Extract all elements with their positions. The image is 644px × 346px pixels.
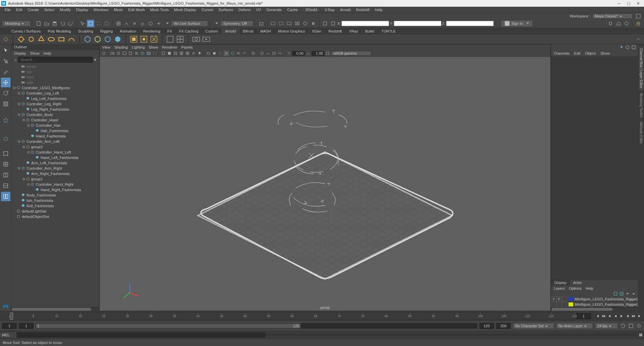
arnold-light6-icon[interactable]	[67, 35, 76, 44]
shelf-tab-vray[interactable]: VRay	[346, 28, 362, 34]
snap-curve-icon[interactable]	[123, 20, 130, 27]
shelf-tab-curvessurfaces[interactable]: Curves / Surfaces	[8, 28, 44, 34]
shelf-tab-animation[interactable]: Animation	[116, 28, 140, 34]
step-back-key-icon[interactable]	[600, 313, 606, 320]
cb-icon2[interactable]	[625, 45, 630, 50]
select-component-icon[interactable]	[95, 20, 102, 27]
menu-select[interactable]: Select	[42, 7, 57, 12]
minimize-button[interactable]: ─	[614, 0, 624, 7]
vp-film-icon[interactable]	[140, 51, 145, 56]
vp-exposure-input[interactable]	[292, 51, 305, 56]
menu-modify[interactable]: Modify	[57, 7, 73, 12]
viewport-canvas[interactable]: persp	[100, 57, 550, 311]
current-frame-input[interactable]	[576, 313, 591, 319]
side-tab-channelboxlayereditor[interactable]: Channel Box / Layer Editor	[639, 46, 644, 91]
range-loop-icon[interactable]	[628, 323, 634, 329]
step-fwd-icon[interactable]	[625, 313, 631, 320]
snap-live2-icon[interactable]	[163, 20, 170, 27]
outliner-hscroll[interactable]	[11, 307, 99, 311]
play-fwd-icon[interactable]	[619, 313, 625, 320]
expand-toggle[interactable]: ⊟	[22, 177, 25, 181]
layer-color-swatch[interactable]	[569, 302, 573, 306]
menu-uv[interactable]: UV	[253, 7, 264, 12]
vp-bookmark-icon[interactable]	[116, 51, 121, 56]
menu-file[interactable]: File	[2, 7, 13, 12]
vp-gamma-icon[interactable]	[265, 51, 271, 56]
render-icon[interactable]	[269, 20, 277, 27]
vp-shading2-icon[interactable]	[167, 51, 172, 56]
expand-toggle[interactable]: ⊟	[27, 124, 30, 127]
lock-icon[interactable]	[635, 20, 642, 27]
menu-create[interactable]: Create	[25, 7, 42, 12]
arnold-aov1-icon[interactable]	[129, 35, 138, 44]
layer-row[interactable]: Minifigure_LEGO_Fashionista_Rigged_Geome	[551, 302, 638, 307]
open-scene-icon[interactable]	[43, 20, 50, 27]
expand-toggle[interactable]: ⊟	[27, 151, 30, 154]
menu-help[interactable]: Help	[372, 7, 385, 12]
browser-icon[interactable]	[623, 20, 630, 27]
layout-four-icon[interactable]	[1, 160, 10, 169]
sym-icon[interactable]	[212, 20, 220, 27]
tree-item[interactable]: ⊟Controller_Leg_Left	[11, 91, 99, 96]
menu-edit[interactable]: Edit	[13, 7, 25, 12]
cb-tab-show[interactable]: Show	[600, 51, 610, 55]
redo-icon[interactable]	[67, 20, 74, 27]
last-tool[interactable]	[1, 115, 10, 125]
shelf-tab-turtle[interactable]: TURTLE	[378, 28, 399, 34]
vp-select-cam-icon[interactable]	[101, 51, 106, 56]
tree-item[interactable]: defaultObjectSet	[11, 214, 99, 219]
snap-grid-icon[interactable]	[115, 20, 122, 27]
expand-toggle[interactable]: ⊟	[17, 140, 21, 143]
render-pause-icon[interactable]	[310, 20, 317, 27]
layer-menu-help[interactable]: Help	[586, 286, 593, 290]
menu-editmesh[interactable]: Edit Mesh	[125, 7, 147, 12]
menu-meshdisplay[interactable]: Mesh Display	[171, 7, 199, 12]
tree-item[interactable]: ⊟Controller_Hand_Right	[11, 182, 99, 187]
tree-item[interactable]: ⊟Controller_Hair	[11, 123, 99, 128]
arnold-light5-icon[interactable]	[57, 35, 66, 44]
layer-vis-toggle[interactable]	[551, 302, 556, 307]
vp-res-icon[interactable]	[152, 51, 157, 56]
expand-toggle[interactable]: ⊟	[17, 92, 21, 95]
play-back-icon[interactable]	[612, 313, 619, 320]
expand-toggle[interactable]: ⊟	[27, 183, 30, 186]
tree-item[interactable]: persp	[11, 64, 99, 69]
cb-icon1[interactable]	[619, 45, 624, 50]
layer-tab-anim[interactable]: Anim	[570, 280, 585, 286]
symmetry-select[interactable]: Symmetry: Off	[220, 20, 253, 26]
layer-row[interactable]: VPMinifigure_LEGO_Fashionista_Rigged_Con…	[551, 296, 638, 302]
vp-tex-icon[interactable]	[185, 51, 190, 56]
arnold-mesh2-icon[interactable]	[93, 35, 102, 44]
paint-select-tool[interactable]	[1, 67, 10, 76]
fps-select[interactable]: 24 fps	[595, 323, 618, 329]
charset-select[interactable]: No Character Set	[513, 323, 554, 329]
vp-menu-view[interactable]: View	[102, 45, 110, 49]
vp-menu-panels[interactable]: Panels	[181, 45, 193, 49]
layout-stack-icon[interactable]	[1, 181, 10, 190]
arnold-mesh4-icon[interactable]	[113, 35, 122, 44]
range-start-input[interactable]	[19, 323, 34, 329]
tree-item[interactable]: ⊟Controller_LEGO_Minifigures	[11, 85, 99, 91]
menu-surfaces[interactable]: Surfaces	[216, 7, 236, 12]
step-back-icon[interactable]	[606, 313, 612, 320]
vp-iso1-icon[interactable]	[206, 51, 211, 56]
tree-item[interactable]: ⊟Controller_Body	[11, 112, 99, 117]
tree-item[interactable]: side	[11, 80, 99, 85]
vp-xray-joint-icon[interactable]	[224, 51, 229, 56]
shelf-tab-arnold[interactable]: Arnold	[222, 28, 239, 34]
menu-redshift[interactable]: Redshift	[353, 7, 372, 12]
layer-down-icon[interactable]	[631, 291, 636, 296]
layer-play-toggle[interactable]: P	[556, 296, 562, 302]
range-handle[interactable]: 1120	[36, 324, 301, 328]
tree-item[interactable]: defaultLightSet	[11, 209, 99, 214]
vp-light-icon[interactable]	[191, 51, 196, 56]
shelf-tab-polymodeling[interactable]: Poly Modeling	[44, 28, 74, 34]
cmdline-input[interactable]	[17, 332, 266, 338]
expand-toggle[interactable]: ⊟	[17, 102, 21, 106]
cb-icon3[interactable]	[631, 45, 636, 50]
vp-menu-lighting[interactable]: Lighting	[132, 45, 145, 49]
snap-live-icon[interactable]	[147, 20, 154, 27]
maya-logo-icon[interactable]	[1, 302, 10, 311]
outliner-menu-show[interactable]: Show	[30, 51, 40, 55]
shelf-tab-redshift[interactable]: Redshift	[325, 28, 345, 34]
